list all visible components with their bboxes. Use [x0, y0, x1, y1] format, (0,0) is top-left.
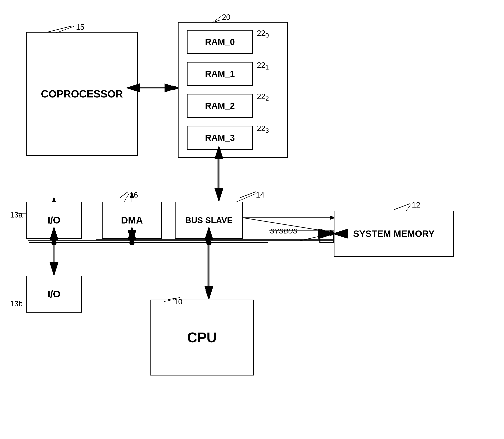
svg-point-62: [206, 240, 211, 245]
ram1-label: RAM_1: [205, 69, 235, 79]
svg-line-43: [300, 233, 336, 241]
ram3-label: RAM_3: [205, 133, 235, 143]
svg-point-36: [52, 238, 56, 243]
dma-label: DMA: [121, 215, 143, 226]
ram2-label: RAM_2: [205, 101, 235, 111]
svg-line-19: [240, 192, 256, 198]
ref-22-2: 222: [257, 92, 269, 102]
coprocessor-box: COPROCESSOR: [26, 32, 138, 156]
svg-line-46: [124, 194, 129, 202]
svg-line-48: [406, 204, 412, 211]
dma-box: DMA: [102, 202, 162, 239]
ref-13b: 13b: [10, 300, 23, 308]
system-memory-box: SYSTEM MEMORY: [334, 211, 454, 257]
svg-point-60: [51, 240, 57, 245]
diagram: COPROCESSOR RAM_0 RAM_1 RAM_2 RAM_3 I/O …: [0, 0, 504, 439]
ref-10: 10: [174, 298, 182, 306]
cpu-box: CPU: [150, 300, 254, 376]
ref-22-0: 220: [257, 29, 269, 39]
ref-22-3: 223: [257, 124, 269, 134]
svg-point-61: [129, 240, 135, 245]
ref-16: 16: [129, 191, 138, 199]
ref-20: 20: [222, 13, 230, 22]
ref-14: 14: [256, 191, 264, 199]
ram3-box: RAM_3: [187, 126, 253, 150]
io-bottom-box: I/O: [26, 276, 82, 313]
ram0-box: RAM_0: [187, 30, 253, 54]
svg-line-18: [120, 192, 128, 198]
ram0-label: RAM_0: [205, 37, 235, 47]
svg-point-38: [129, 238, 134, 243]
bus-slave-box: BUS SLAVE: [175, 202, 243, 239]
svg-line-47: [236, 194, 256, 202]
ref-22-1: 221: [257, 61, 269, 71]
io-bottom-label: I/O: [48, 289, 60, 300]
coprocessor-label: COPROCESSOR: [41, 88, 123, 100]
cpu-label: CPU: [187, 329, 217, 345]
sysbus-label: SYSBUS: [270, 227, 297, 235]
svg-line-20: [394, 204, 410, 210]
ref-12: 12: [412, 201, 420, 209]
system-memory-label: SYSTEM MEMORY: [353, 228, 434, 239]
bus-slave-label: BUS SLAVE: [185, 216, 233, 225]
io-top-box: I/O: [26, 202, 82, 239]
ram1-box: RAM_1: [187, 62, 253, 86]
ref-15: 15: [76, 23, 84, 32]
svg-point-40: [206, 238, 210, 243]
ram2-box: RAM_2: [187, 94, 253, 118]
ref-13a: 13a: [10, 211, 23, 219]
io-top-label: I/O: [48, 215, 60, 226]
